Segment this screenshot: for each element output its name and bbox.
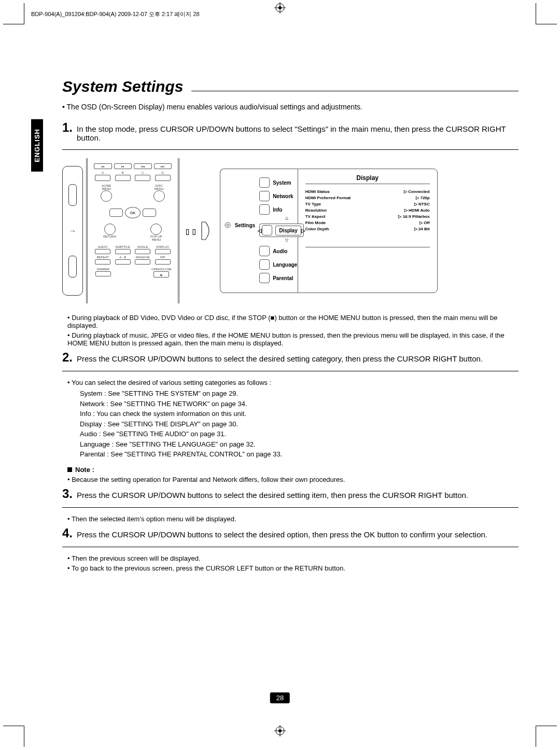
osd-row-val: 16:9 Pillarbox [398,214,429,219]
remote-audio-label: AUDIO [98,245,108,248]
svg-point-4 [225,223,230,228]
print-header: BDP-904(A)_091204:BDP-904(A) 2009-12-07 … [31,10,200,18]
page-title: System Settings [62,78,183,95]
note-line: • Then the previous screen will be displ… [67,554,519,562]
remote-openclose-label: OPEN/CLOSE [151,268,172,271]
osd-panel-title: Display [305,174,430,182]
category-line: Network : See "SETTING THE NETWORK" on p… [80,399,519,409]
osd-row-val: NTSC [414,202,430,206]
pause-transition-icon: ▯▯ [185,220,215,241]
osd-row-key: TV Type [305,202,321,206]
step-number: 2. [62,351,73,364]
osd-row-key: HDMI Preferred Format [305,196,351,200]
crop-mark [536,726,557,747]
step-number: 1. [62,121,73,134]
step-number: 3. [62,488,73,500]
remote-btn-b-label: B [122,171,124,174]
osd-menu-item: Parental [273,275,293,281]
step-text: Press the CURSOR UP/DOWN buttons to sele… [77,530,519,539]
step-text: Press the CURSOR UP/DOWN buttons to sele… [77,354,519,363]
category-line: Info : You can check the system informat… [80,409,519,419]
gear-icon [223,221,232,229]
divider [62,507,519,508]
osd-row-val: HDMI Auto [404,208,430,213]
remote-ok-label: OK [125,207,141,218]
remote-popup-label: POP-UP MENU [150,235,162,241]
remote-ab-label: A - B [119,256,126,259]
osd-row-val: Off [419,220,430,225]
square-bullet-icon [67,467,72,472]
intro-text: • The OSD (On-Screen Display) menu enabl… [62,103,519,111]
step1-notes: • During playback of BD Video, DVD Video… [67,314,519,347]
divider [62,149,519,150]
note-line: • Then the selected item's option menu w… [67,515,519,523]
osd-row-val: Connected [404,189,430,194]
divider [62,371,519,371]
osd-menu-item-selected: Display [275,226,301,235]
remote-side-panel: → [62,166,83,296]
note-line: • To go back to the previous screen, pre… [67,564,519,572]
remote-repeat-label: REPEAT [96,256,109,259]
triangle-left-icon: ◁ [258,228,262,233]
remote-display-label: DISPLAY [156,245,169,248]
osd-row-key: Film Mode [305,220,326,225]
title-rule [191,91,519,91]
category-line: Display : See "SETTING THE DISPLAY" on p… [80,419,519,429]
osd-menu-item: System [273,180,291,186]
arrow-right-icon: → [69,227,76,235]
remote-diagram: ◂◂ ▸▸ I◂◂ ▸▸I A B C D HOME MENU [86,158,179,303]
osd-row-key: Color Depth [305,227,329,231]
parental-icon [259,273,270,283]
osd-row-key: HDMI Status [305,189,330,194]
osd-row-val: 24 Bit [414,227,430,231]
language-icon [259,259,270,270]
remote-btn-a-label: A [102,171,104,174]
remote-btn-c-label: C [142,171,144,174]
remote-subtitle-label: SUBTITLE [115,245,130,248]
osd-settings-label: Settings [235,223,255,228]
osd-menu-item: Info [273,207,282,213]
info-icon [259,204,270,215]
page-number: 28 [270,692,290,703]
crop-mark [3,726,24,747]
note-label: Note : [75,466,94,474]
remote-pip-label: PIP [160,256,165,259]
category-line: System : See "SETTING THE SYSTEM" on pag… [80,388,519,399]
remote-disc-menu-label: DISC MENU [146,184,172,190]
registration-target-icon [274,725,286,737]
step2-intro: • You can select the desired of various … [67,379,519,386]
remote-return-label: RETURN [103,235,116,238]
osd-row-key: TV Aspect [305,214,326,219]
osd-row-val: 720p [416,196,429,200]
osd-row-key: Resolution [305,208,327,213]
crop-mark [3,3,24,24]
language-tab: ENGLISH [31,119,43,172]
category-line: Parental : See "SETTING THE PARENTAL CON… [80,449,519,460]
system-icon [259,177,270,188]
osd-menu-item: Language [273,262,297,268]
step-number: 4. [62,527,73,539]
divider [62,547,519,547]
triangle-right-icon: ▷ [301,228,305,233]
display-icon [262,225,272,235]
category-list: System : See "SETTING THE SYSTEM" on pag… [80,388,519,460]
divider [305,184,430,184]
audio-icon [259,246,270,256]
osd-diagram: Settings System Network Info △ ◁ [220,169,438,293]
note-line: • During playback of BD Video, DVD Video… [67,314,519,329]
step-text: In the stop mode, press CURSOR UP/DOWN b… [77,124,519,142]
note-heading: Note : [67,466,519,474]
registration-target-icon [274,2,286,13]
note-line: • Because the setting operation for Pare… [67,476,519,483]
note-line: • During playback of music, JPEG or vide… [67,331,519,347]
remote-random-label: RANDOM [136,256,150,259]
remote-angle-label: ANGLE [137,245,148,248]
remote-home-menu-label: HOME MENU [94,184,119,190]
osd-menu-item: Network [273,193,293,199]
network-icon [259,191,270,201]
svg-point-5 [227,224,229,226]
figure-row: → ◂◂ ▸▸ I◂◂ ▸▸I A B [62,158,519,303]
crop-mark [536,3,557,24]
remote-btn-d-label: D [162,171,164,174]
step-text: Press the CURSOR UP/DOWN buttons to sele… [77,491,519,499]
